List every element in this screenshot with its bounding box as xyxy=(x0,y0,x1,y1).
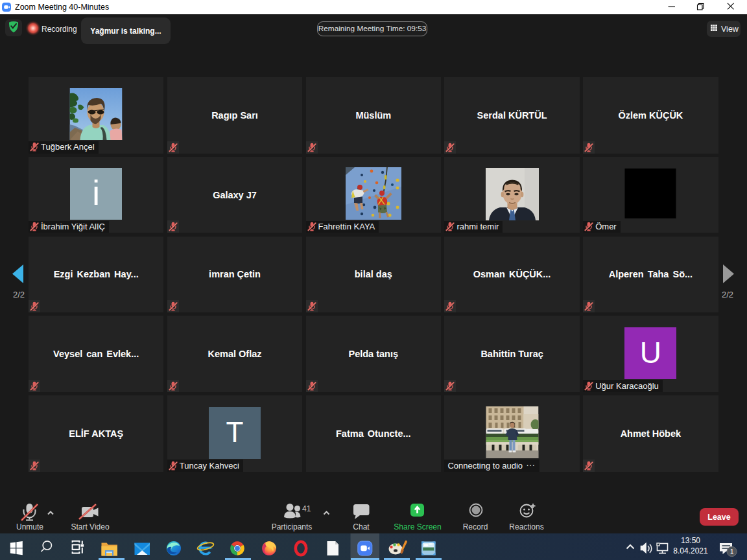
svg-text:41: 41 xyxy=(302,504,311,513)
svg-text:1: 1 xyxy=(730,548,734,555)
